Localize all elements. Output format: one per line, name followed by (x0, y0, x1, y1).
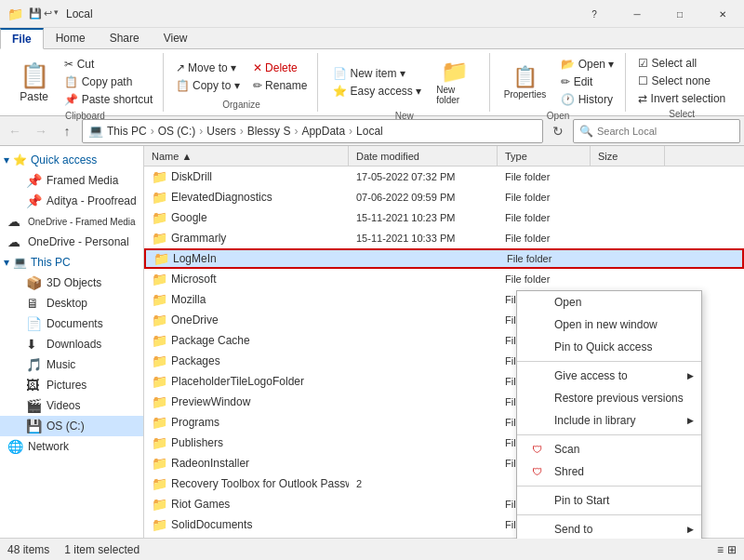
col-header-name[interactable]: Name ▲ (144, 146, 349, 166)
pictures-icon: 🖼 (26, 378, 43, 393)
table-row[interactable]: 📁Microsoft File folder (144, 269, 744, 289)
sidebar-item-desktop[interactable]: 🖥 Desktop (0, 293, 143, 313)
rename-button[interactable]: ✏ Rename (247, 77, 313, 94)
ctx-scan[interactable]: 🛡 Scan (517, 438, 701, 460)
refresh-button[interactable]: ↻ (547, 119, 569, 143)
address-box[interactable]: 💻 This PC › OS (C:) › Users › Blessy S ›… (82, 119, 543, 143)
sidebar-item-documents[interactable]: 📄 Documents (0, 313, 143, 334)
sidebar-item-videos[interactable]: 🎬 Videos (0, 395, 143, 416)
ctx-include-library[interactable]: Include in library (517, 409, 701, 432)
sidebar-item-music[interactable]: 🎵 Music (0, 354, 143, 375)
downloads-icon: ⬇ (26, 337, 43, 352)
table-row[interactable]: 📁Google 15-11-2021 10:23 PM File folder (144, 207, 744, 228)
invert-selection-button[interactable]: ⇄ Invert selection (632, 90, 731, 107)
sidebar-item-framedmedia[interactable]: 📌 Framed Media (0, 170, 143, 191)
qa-dropdown-icon[interactable]: ▾ (54, 7, 59, 20)
ribbon-group-select: ☑ Select all ☐ Select none ⇄ Invert sele… (628, 53, 737, 112)
sidebar-item-osc[interactable]: 💾 OS (C:) (0, 416, 143, 436)
col-header-size[interactable]: Size (591, 146, 665, 166)
tab-home[interactable]: Home (44, 28, 98, 48)
folder-icon-r14: 📁 (152, 435, 167, 450)
folder-icon-r3: 📁 (152, 210, 167, 225)
move-to-button[interactable]: ↗ Move to ▾ (170, 60, 246, 76)
sidebar-item-3dobjects[interactable]: 📦 3D Objects (0, 273, 143, 293)
tab-file[interactable]: File (0, 28, 44, 49)
breadcrumb-osc[interactable]: OS (C:) (158, 125, 196, 138)
sidebar-item-aditya[interactable]: 📌 Aditya - Proofread (0, 191, 143, 211)
cut-icon: ✂ (64, 58, 73, 71)
forward-button[interactable]: → (30, 120, 52, 142)
videos-icon: 🎬 (26, 398, 43, 413)
qa-save-icon[interactable]: 💾 (29, 7, 42, 20)
maximize-button[interactable]: □ (658, 0, 701, 28)
copy-path-button[interactable]: 📋 Copy path (59, 73, 159, 90)
breadcrumb-thispc[interactable]: This PC (107, 125, 147, 138)
statusbar: 48 items 1 item selected ≡ ⊞ (0, 538, 744, 560)
sidebar-header-quickaccess[interactable]: ▾ ⭐ Quick access (0, 150, 143, 170)
easy-access-button[interactable]: ⭐ Easy access ▾ (327, 83, 427, 100)
history-button[interactable]: 🕐 History (555, 91, 619, 108)
sidebar-header-thispc[interactable]: ▾ 💻 This PC (0, 252, 143, 273)
ribbon: File Home Share View 📋 Paste ✂ Cut (0, 28, 744, 116)
cloud-icon-2: ☁ (7, 234, 24, 249)
col-header-date[interactable]: Date modified (349, 146, 498, 166)
filelist-header: Name ▲ Date modified Type Size (144, 146, 744, 167)
desktop-icon: 🖥 (26, 296, 43, 311)
table-row-logmein[interactable]: 📁LogMeIn File folder (144, 248, 744, 269)
sidebar-item-downloads[interactable]: ⬇ Downloads (0, 334, 143, 354)
table-row[interactable]: 📁ElevatedDiagnostics 07-06-2022 09:59 PM… (144, 187, 744, 207)
search-box[interactable]: 🔍 (573, 119, 740, 143)
ctx-pin-start[interactable]: Pin to Start (517, 489, 701, 512)
back-button[interactable]: ← (4, 120, 26, 142)
breadcrumb-user[interactable]: Blessy S (247, 125, 291, 138)
ctx-shred[interactable]: 🛡 Shred (517, 460, 701, 483)
minimize-button[interactable]: ─ (616, 0, 658, 28)
select-none-button[interactable]: ☐ Select none (632, 73, 731, 89)
details-view-icon[interactable]: ≡ (717, 543, 724, 556)
new-item-button[interactable]: 📄 New item ▾ (327, 65, 427, 82)
breadcrumb-local[interactable]: Local (356, 125, 383, 138)
titlebar: 📁 💾 ↩ ▾ Local ? ─ □ ✕ (0, 0, 744, 28)
ctx-open[interactable]: Open (517, 291, 701, 313)
sidebar-item-onedrive-framed[interactable]: ☁ OneDrive - Framed Media (0, 211, 143, 232)
tab-share[interactable]: Share (98, 28, 152, 48)
delete-button[interactable]: ✕ Delete (247, 60, 313, 76)
cut-button[interactable]: ✂ Cut (59, 56, 159, 73)
ctx-open-new-window[interactable]: Open in new window (517, 313, 701, 336)
folder-icon-r13: 📁 (152, 415, 167, 430)
open-buttons: 📋 Properties 📂 Open ▾ ✏ Edit 🕐 History (497, 55, 620, 109)
properties-button[interactable]: 📋 Properties (497, 55, 554, 109)
new-folder-button[interactable]: 📁 New folder (429, 55, 481, 109)
ctx-send-to[interactable]: Send to (517, 518, 701, 539)
addressbar: ← → ↑ 💻 This PC › OS (C:) › Users › Bles… (0, 116, 744, 146)
copy-to-button[interactable]: 📋 Copy to ▾ (170, 77, 246, 94)
sidebar-item-pictures[interactable]: 🖼 Pictures (0, 375, 143, 395)
table-row[interactable]: 📁DiskDrill 17-05-2022 07:32 PM File fold… (144, 167, 744, 187)
folder-icon-r17: 📁 (152, 497, 167, 512)
help-button[interactable]: ? (573, 0, 616, 28)
ribbon-content: 📋 Paste ✂ Cut 📋 Copy path 📌 Paste shortc… (0, 48, 744, 115)
paste-button[interactable]: 📋 Paste (12, 55, 57, 109)
open-button[interactable]: 📂 Open ▾ (555, 56, 619, 73)
paste-shortcut-button[interactable]: 📌 Paste shortcut (59, 91, 159, 108)
up-button[interactable]: ↑ (56, 120, 78, 142)
edit-button[interactable]: ✏ Edit (555, 73, 619, 90)
ctx-restore-versions[interactable]: Restore previous versions (517, 387, 701, 409)
search-input[interactable] (597, 126, 734, 137)
col-header-type[interactable]: Type (498, 146, 591, 166)
tiles-view-icon[interactable]: ⊞ (727, 543, 737, 556)
qa-undo-icon[interactable]: ↩ (44, 7, 52, 20)
sidebar-item-network[interactable]: 🌐 Network (0, 436, 143, 457)
close-button[interactable]: ✕ (701, 0, 744, 28)
paste-icon: 📋 (20, 61, 49, 90)
tab-view[interactable]: View (152, 28, 200, 48)
select-all-button[interactable]: ☑ Select all (632, 55, 731, 72)
breadcrumb-users[interactable]: Users (206, 125, 235, 138)
breadcrumb-appdata[interactable]: AppData (301, 125, 345, 138)
clipboard-buttons: 📋 Paste ✂ Cut 📋 Copy path 📌 Paste shortc… (12, 55, 159, 109)
ctx-pin-quickaccess[interactable]: Pin to Quick access (517, 336, 701, 358)
table-row[interactable]: 📁Grammarly 15-11-2021 10:33 PM File fold… (144, 228, 744, 248)
context-menu: Open Open in new window Pin to Quick acc… (516, 290, 702, 539)
ctx-give-access[interactable]: Give access to (517, 365, 701, 387)
sidebar-item-onedrive-personal[interactable]: ☁ OneDrive - Personal (0, 232, 143, 252)
